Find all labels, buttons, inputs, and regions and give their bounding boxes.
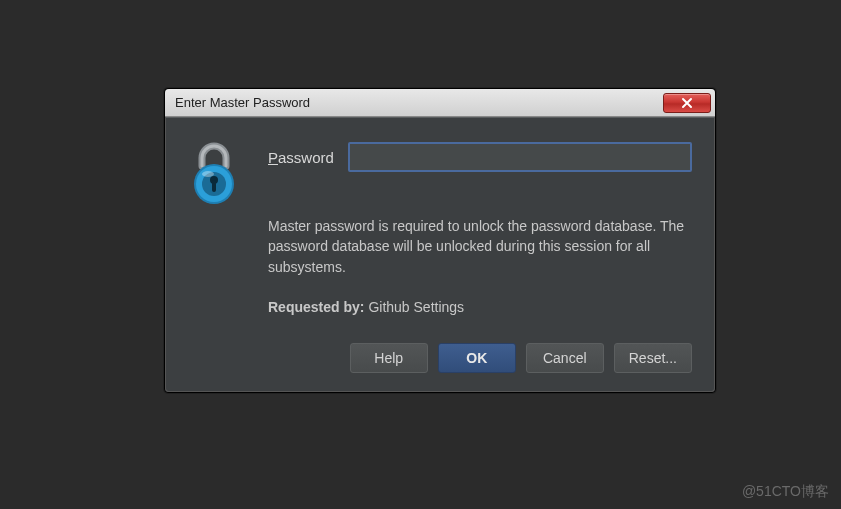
requested-by-value: Github Settings (368, 299, 464, 315)
svg-point-5 (202, 171, 214, 177)
close-icon (681, 97, 693, 109)
button-row: Help OK Cancel Reset... (188, 343, 692, 373)
lock-icon (188, 138, 248, 209)
close-button[interactable] (663, 93, 711, 113)
requested-by: Requested by: Github Settings (268, 299, 692, 315)
password-row: Password (268, 142, 692, 172)
top-row: Password Master password is required to … (188, 138, 692, 315)
dialog-content: Password Master password is required to … (165, 117, 715, 392)
reset-button[interactable]: Reset... (614, 343, 692, 373)
ok-button[interactable]: OK (438, 343, 516, 373)
form-area: Password Master password is required to … (268, 138, 692, 315)
password-input[interactable] (348, 142, 692, 172)
description-text: Master password is required to unlock th… (268, 216, 692, 277)
cancel-button[interactable]: Cancel (526, 343, 604, 373)
svg-rect-4 (212, 180, 216, 192)
help-button[interactable]: Help (350, 343, 428, 373)
dialog-title: Enter Master Password (175, 95, 663, 110)
watermark-text: @51CTO博客 (742, 483, 829, 501)
password-label: Password (268, 149, 334, 166)
master-password-dialog: Enter Master Password (164, 88, 716, 393)
titlebar: Enter Master Password (165, 89, 715, 117)
